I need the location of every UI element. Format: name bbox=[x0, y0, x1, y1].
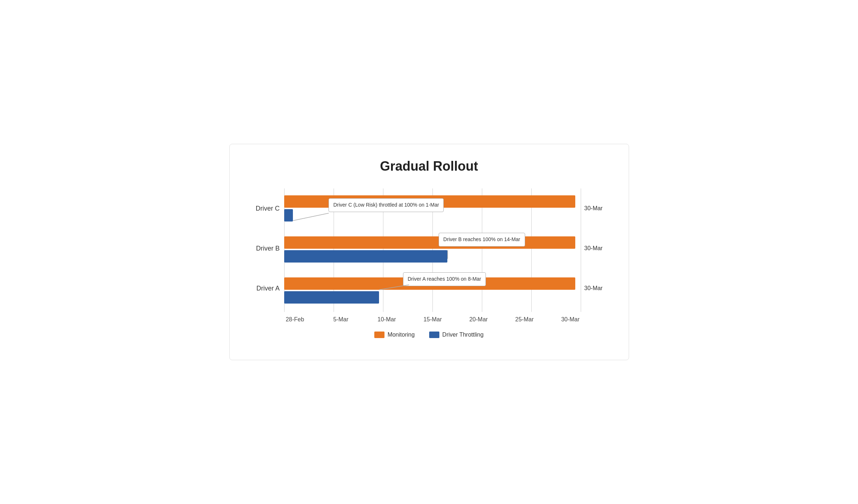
legend-swatch-throttling bbox=[429, 332, 439, 338]
x-label-10mar: 10-Mar bbox=[376, 316, 398, 323]
bar-c-monitoring bbox=[284, 195, 576, 208]
bar-track-b-throttling bbox=[284, 250, 581, 263]
y-label-driver-b: Driver B bbox=[251, 230, 284, 267]
y-label-driver-a: Driver A bbox=[251, 270, 284, 306]
chart-container: Gradual Rollout Driver C Driver B Driver… bbox=[229, 144, 629, 360]
bar-a-throttling bbox=[284, 291, 379, 304]
bar-b-throttling bbox=[284, 250, 448, 263]
bar-track-a-throttling bbox=[284, 291, 581, 304]
x-label-25mar: 25-Mar bbox=[513, 316, 535, 323]
bar-c-throttling bbox=[284, 209, 293, 221]
plot-area: Driver C (Low Risk) throttled at 100% on… bbox=[284, 188, 581, 323]
bar-track-b-monitoring bbox=[284, 236, 581, 249]
legend-label-monitoring: Monitoring bbox=[387, 332, 415, 338]
y-label-driver-c: Driver C bbox=[251, 190, 284, 227]
x-label-20mar: 20-Mar bbox=[468, 316, 490, 323]
bar-track-a-monitoring bbox=[284, 277, 581, 290]
x-label-28feb: 28-Feb bbox=[284, 316, 306, 323]
grid-and-bars: Driver C (Low Risk) throttled at 100% on… bbox=[284, 188, 581, 312]
bar-a-monitoring bbox=[284, 277, 576, 290]
bar-rows bbox=[284, 188, 581, 312]
legend-throttling: Driver Throttling bbox=[429, 332, 484, 338]
x-label-5mar: 5-Mar bbox=[330, 316, 352, 323]
legend-label-throttling: Driver Throttling bbox=[442, 332, 484, 338]
right-axis-labels: 30-Mar 30-Mar 30-Mar bbox=[581, 188, 607, 323]
bar-row-driver-a bbox=[284, 275, 581, 308]
legend: Monitoring Driver Throttling bbox=[251, 332, 607, 338]
bar-row-driver-c bbox=[284, 193, 581, 225]
bar-b-monitoring bbox=[284, 236, 576, 249]
bar-row-driver-b bbox=[284, 234, 581, 267]
x-label-30mar: 30-Mar bbox=[559, 316, 581, 323]
legend-swatch-monitoring bbox=[374, 332, 384, 338]
legend-monitoring: Monitoring bbox=[374, 332, 415, 338]
bar-track-c-monitoring bbox=[284, 195, 581, 208]
chart-title: Gradual Rollout bbox=[251, 159, 607, 174]
right-label-b: 30-Mar bbox=[581, 230, 607, 267]
x-label-15mar: 15-Mar bbox=[422, 316, 443, 323]
right-label-c: 30-Mar bbox=[581, 190, 607, 227]
bar-track-c-throttling bbox=[284, 209, 581, 221]
y-axis-labels: Driver C Driver B Driver A bbox=[251, 188, 284, 323]
x-axis: 28-Feb 5-Mar 10-Mar 15-Mar 20-Mar 25-Mar… bbox=[284, 316, 581, 323]
right-label-a: 30-Mar bbox=[581, 270, 607, 306]
